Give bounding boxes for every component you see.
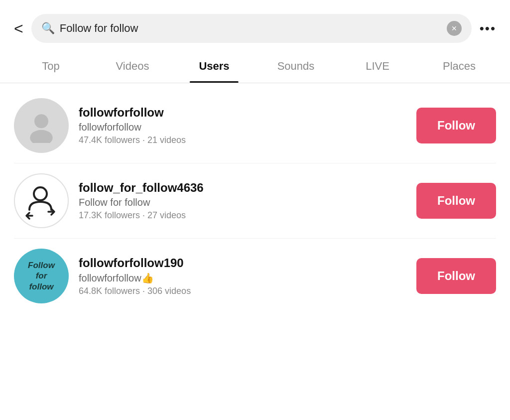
search-icon: 🔍 <box>41 22 55 35</box>
tab-places[interactable]: Places <box>418 52 500 83</box>
list-item: followforfollow followforfollow 47.4K fo… <box>0 88 510 163</box>
clear-icon: ✕ <box>451 24 457 32</box>
avatar: Followforfollow <box>14 249 69 303</box>
tab-sounds[interactable]: Sounds <box>255 52 337 83</box>
follow-button[interactable]: Follow <box>416 258 496 294</box>
tab-users[interactable]: Users <box>173 52 255 83</box>
clear-button[interactable]: ✕ <box>447 21 462 36</box>
list-item: follow_for_follow4636 Follow for follow … <box>0 163 510 238</box>
list-item: Followforfollow followforfollow190 follo… <box>0 239 510 313</box>
avatar <box>14 173 69 228</box>
user-info: follow_for_follow4636 Follow for follow … <box>79 181 406 221</box>
user-stats: 64.8K followers · 306 videos <box>79 286 406 296</box>
tab-live[interactable]: LIVE <box>337 52 418 83</box>
user-info: followforfollow followforfollow 47.4K fo… <box>79 106 406 145</box>
username: follow_for_follow4636 <box>79 181 406 195</box>
avatar <box>14 98 69 153</box>
display-name: followforfollow👍 <box>79 272 406 284</box>
svg-point-2 <box>34 187 47 200</box>
header: < 🔍 Follow for follow ✕ ••• <box>0 0 510 52</box>
avatar-text: Followforfollow <box>25 257 58 295</box>
more-button[interactable]: ••• <box>480 21 496 36</box>
back-button[interactable]: < <box>14 20 23 36</box>
username: followforfollow190 <box>79 256 406 270</box>
display-name: followforfollow <box>79 122 406 133</box>
follow-button[interactable]: Follow <box>416 183 496 219</box>
user-list: followforfollow followforfollow 47.4K fo… <box>0 83 510 318</box>
tabs-bar: Top Videos Users Sounds LIVE Places <box>0 52 510 83</box>
user-info: followforfollow190 followforfollow👍 64.8… <box>79 256 406 296</box>
tab-top[interactable]: Top <box>10 52 92 83</box>
search-input[interactable]: Follow for follow <box>60 22 442 35</box>
user-stats: 17.3K followers · 27 videos <box>79 210 406 221</box>
follow-button[interactable]: Follow <box>416 108 496 143</box>
tab-videos[interactable]: Videos <box>92 52 173 83</box>
svg-point-1 <box>30 130 53 143</box>
svg-point-0 <box>34 114 48 128</box>
user-stats: 47.4K followers · 21 videos <box>79 135 406 145</box>
display-name: Follow for follow <box>79 197 406 208</box>
search-bar[interactable]: 🔍 Follow for follow ✕ <box>31 14 472 43</box>
username: followforfollow <box>79 106 406 120</box>
